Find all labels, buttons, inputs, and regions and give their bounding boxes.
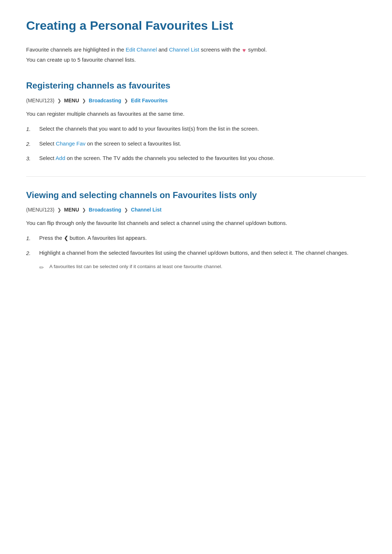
section1-nav: (MENU/123) ❯ MENU ❯ Broadcasting ❯ Edit … bbox=[26, 97, 366, 105]
note-box: ✏ A favourites list can be selected only… bbox=[39, 263, 366, 272]
section2-nav-arrow1: ❯ bbox=[57, 207, 61, 213]
step2-text-before: Select bbox=[39, 140, 56, 147]
section1-step1: 1. Select the channels that you want to … bbox=[26, 124, 366, 134]
step3-text-after: on the screen. The TV adds the channels … bbox=[65, 155, 274, 161]
note-icon: ✏ bbox=[39, 263, 46, 272]
step2-text-after: on the screen to select a favourites lis… bbox=[86, 140, 181, 147]
step1-text: Select the channels that you want to add… bbox=[39, 124, 366, 134]
section2-nav-part3: Broadcasting bbox=[89, 207, 121, 213]
section2-nav-arrow3: ❯ bbox=[124, 207, 128, 213]
section2-nav-arrow2: ❯ bbox=[82, 207, 86, 213]
section1-nav-part3: Broadcasting bbox=[89, 98, 121, 103]
intro-line2: You can create up to 5 favourite channel… bbox=[26, 57, 136, 63]
s2-step1-text-after: button. A favourites list appears. bbox=[68, 235, 147, 241]
section2-steps: 1. Press the ❮ button. A favourites list… bbox=[26, 233, 366, 258]
step3-text: Select Add on the screen. The TV adds th… bbox=[39, 153, 366, 163]
step3-text-before: Select bbox=[39, 155, 56, 161]
intro-text-after: symbol. bbox=[246, 46, 267, 53]
section2-nav: (MENU/123) ❯ MENU ❯ Broadcasting ❯ Chann… bbox=[26, 206, 366, 214]
section1-nav-arrow2: ❯ bbox=[82, 98, 86, 103]
section1-nav-part1: (MENU/123) bbox=[26, 98, 54, 103]
section2-step2: 2. Highlight a channel from the selected… bbox=[26, 248, 366, 258]
section-divider bbox=[26, 176, 366, 177]
section1-nav-arrow1: ❯ bbox=[57, 98, 61, 103]
section1-title: Registering channels as favourites bbox=[26, 79, 366, 93]
edit-channel-link[interactable]: Edit Channel bbox=[126, 46, 157, 53]
s2-step2-text: Highlight a channel from the selected fa… bbox=[39, 248, 366, 258]
section1-nav-part2: MENU bbox=[64, 98, 79, 103]
intro-text-middle2: screens with the bbox=[199, 46, 242, 53]
section1-steps: 1. Select the channels that you want to … bbox=[26, 124, 366, 163]
step2-text: Select Change Fav on the screen to selec… bbox=[39, 139, 366, 148]
section2-step1: 1. Press the ❮ button. A favourites list… bbox=[26, 233, 366, 243]
s2-step1-number: 1. bbox=[26, 233, 36, 243]
heart-icon: ♥ bbox=[242, 45, 246, 55]
section2-nav-part4: Channel List bbox=[131, 207, 162, 213]
s2-step1-text-before: Press the bbox=[39, 235, 64, 241]
s2-step2-number: 2. bbox=[26, 248, 36, 258]
section2-title: Viewing and selecting channels on Favour… bbox=[26, 188, 366, 202]
add-link: Add bbox=[56, 155, 65, 161]
note-text: A favourites list can be selected only i… bbox=[49, 263, 222, 271]
page-title: Creating a Personal Favourites List bbox=[26, 17, 366, 33]
section2-nav-part2: MENU bbox=[64, 207, 79, 213]
change-fav-link: Change Fav bbox=[56, 140, 86, 147]
s2-step1-text: Press the ❮ button. A favourites list ap… bbox=[39, 233, 366, 243]
section1-step2: 2. Select Change Fav on the screen to se… bbox=[26, 139, 366, 149]
section2-intro: You can flip through only the favourite … bbox=[26, 218, 366, 228]
section1-step3: 3. Select Add on the screen. The TV adds… bbox=[26, 153, 366, 163]
section2-nav-part1: (MENU/123) bbox=[26, 207, 54, 213]
channel-list-link[interactable]: Channel List bbox=[169, 46, 199, 53]
section1-intro: You can register multiple channels as fa… bbox=[26, 109, 366, 119]
step1-number: 1. bbox=[26, 124, 36, 134]
chevron-left-icon: ❮ bbox=[64, 235, 68, 241]
step3-number: 3. bbox=[26, 153, 36, 163]
section1-nav-arrow3: ❯ bbox=[124, 98, 128, 103]
section1-nav-part4: Edit Favourites bbox=[131, 98, 168, 103]
intro-text-middle1: and bbox=[157, 46, 169, 53]
step2-number: 2. bbox=[26, 139, 36, 149]
intro-paragraph: Favourite channels are highlighted in th… bbox=[26, 45, 366, 64]
intro-text-before: Favourite channels are highlighted in th… bbox=[26, 46, 126, 53]
